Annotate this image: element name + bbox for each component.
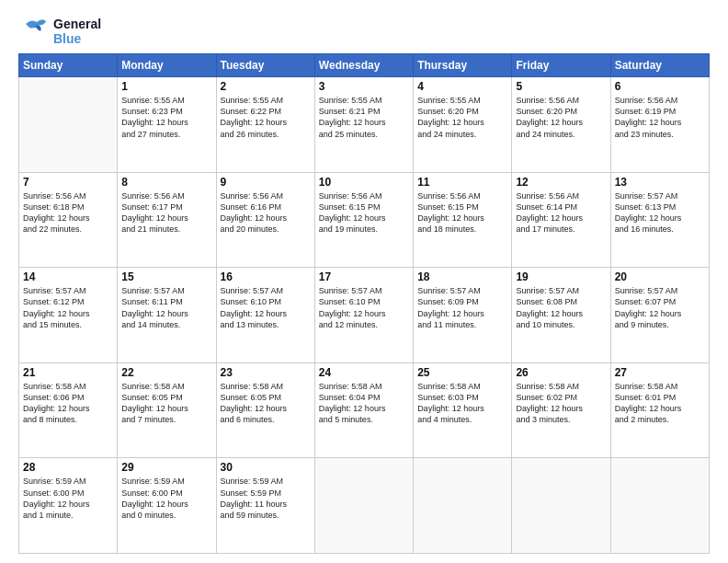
day-info: Sunrise: 5:57 AM Sunset: 6:10 PM Dayligh… xyxy=(221,285,311,330)
weekday-header-wednesday: Wednesday xyxy=(314,54,413,77)
day-info: Sunrise: 5:59 AM Sunset: 6:00 PM Dayligh… xyxy=(121,476,211,521)
calendar-week-row: 21Sunrise: 5:58 AM Sunset: 6:06 PM Dayli… xyxy=(19,362,710,458)
day-info: Sunrise: 5:55 AM Sunset: 6:22 PM Dayligh… xyxy=(221,95,311,140)
day-number: 15 xyxy=(121,270,211,283)
calendar-cell: 5Sunrise: 5:56 AM Sunset: 6:20 PM Daylig… xyxy=(512,77,610,173)
calendar-cell: 4Sunrise: 5:55 AM Sunset: 6:20 PM Daylig… xyxy=(414,77,512,173)
calendar-cell: 7Sunrise: 5:56 AM Sunset: 6:18 PM Daylig… xyxy=(19,172,118,268)
day-number: 10 xyxy=(319,176,409,189)
day-info: Sunrise: 5:57 AM Sunset: 6:13 PM Dayligh… xyxy=(615,190,705,236)
day-info: Sunrise: 5:58 AM Sunset: 6:02 PM Dayligh… xyxy=(516,381,606,426)
day-number: 13 xyxy=(615,176,705,189)
day-number: 11 xyxy=(417,176,507,189)
day-number: 18 xyxy=(417,270,507,283)
calendar-cell: 21Sunrise: 5:58 AM Sunset: 6:06 PM Dayli… xyxy=(19,362,118,458)
day-info: Sunrise: 5:59 AM Sunset: 5:59 PM Dayligh… xyxy=(221,476,311,521)
day-number: 7 xyxy=(23,176,113,189)
day-number: 17 xyxy=(319,270,409,283)
day-info: Sunrise: 5:58 AM Sunset: 6:01 PM Dayligh… xyxy=(615,381,705,426)
calendar-cell: 11Sunrise: 5:56 AM Sunset: 6:15 PM Dayli… xyxy=(414,172,512,268)
calendar-cell: 8Sunrise: 5:56 AM Sunset: 6:17 PM Daylig… xyxy=(118,172,216,268)
page: General Blue SundayMondayTuesdayWednesda… xyxy=(0,0,728,563)
day-info: Sunrise: 5:58 AM Sunset: 6:04 PM Dayligh… xyxy=(319,381,409,426)
weekday-header-thursday: Thursday xyxy=(414,54,512,77)
calendar-cell: 9Sunrise: 5:56 AM Sunset: 6:16 PM Daylig… xyxy=(216,172,314,268)
calendar-week-row: 14Sunrise: 5:57 AM Sunset: 6:12 PM Dayli… xyxy=(19,268,710,363)
calendar-week-row: 7Sunrise: 5:56 AM Sunset: 6:18 PM Daylig… xyxy=(19,172,710,268)
calendar-cell: 18Sunrise: 5:57 AM Sunset: 6:09 PM Dayli… xyxy=(414,268,512,363)
weekday-header-saturday: Saturday xyxy=(610,54,709,77)
day-number: 12 xyxy=(516,176,606,189)
day-info: Sunrise: 5:55 AM Sunset: 6:23 PM Dayligh… xyxy=(121,95,211,140)
day-number: 8 xyxy=(121,176,211,189)
logo-general-text: General xyxy=(53,17,101,31)
calendar-cell xyxy=(414,458,512,554)
day-number: 29 xyxy=(121,461,211,474)
day-number: 9 xyxy=(221,176,311,189)
logo-bird-icon xyxy=(18,17,48,46)
calendar-cell xyxy=(512,458,610,554)
day-number: 24 xyxy=(319,366,409,379)
day-info: Sunrise: 5:56 AM Sunset: 6:16 PM Dayligh… xyxy=(221,190,311,236)
calendar-cell: 10Sunrise: 5:56 AM Sunset: 6:15 PM Dayli… xyxy=(314,172,413,268)
calendar-cell: 30Sunrise: 5:59 AM Sunset: 5:59 PM Dayli… xyxy=(216,458,314,554)
weekday-header-tuesday: Tuesday xyxy=(216,54,314,77)
day-info: Sunrise: 5:58 AM Sunset: 6:05 PM Dayligh… xyxy=(221,381,311,426)
calendar-table: SundayMondayTuesdayWednesdayThursdayFrid… xyxy=(18,53,710,554)
day-number: 21 xyxy=(23,366,113,379)
header: General Blue xyxy=(18,17,710,46)
calendar-cell: 13Sunrise: 5:57 AM Sunset: 6:13 PM Dayli… xyxy=(610,172,709,268)
calendar-cell: 3Sunrise: 5:55 AM Sunset: 6:21 PM Daylig… xyxy=(314,77,413,173)
calendar-cell: 23Sunrise: 5:58 AM Sunset: 6:05 PM Dayli… xyxy=(216,362,314,458)
calendar-cell: 1Sunrise: 5:55 AM Sunset: 6:23 PM Daylig… xyxy=(118,77,216,173)
day-info: Sunrise: 5:56 AM Sunset: 6:19 PM Dayligh… xyxy=(615,95,705,140)
day-info: Sunrise: 5:56 AM Sunset: 6:15 PM Dayligh… xyxy=(417,190,507,236)
day-number: 14 xyxy=(23,270,113,283)
day-info: Sunrise: 5:57 AM Sunset: 6:09 PM Dayligh… xyxy=(417,285,507,330)
calendar-cell: 14Sunrise: 5:57 AM Sunset: 6:12 PM Dayli… xyxy=(19,268,118,363)
day-number: 16 xyxy=(221,270,311,283)
day-info: Sunrise: 5:58 AM Sunset: 6:05 PM Dayligh… xyxy=(121,381,211,426)
calendar-cell: 12Sunrise: 5:56 AM Sunset: 6:14 PM Dayli… xyxy=(512,172,610,268)
calendar-cell: 15Sunrise: 5:57 AM Sunset: 6:11 PM Dayli… xyxy=(118,268,216,363)
calendar-cell: 16Sunrise: 5:57 AM Sunset: 6:10 PM Dayli… xyxy=(216,268,314,363)
day-number: 20 xyxy=(615,270,705,283)
day-number: 27 xyxy=(615,366,705,379)
day-info: Sunrise: 5:56 AM Sunset: 6:18 PM Dayligh… xyxy=(23,190,113,236)
day-info: Sunrise: 5:57 AM Sunset: 6:10 PM Dayligh… xyxy=(319,285,409,330)
day-info: Sunrise: 5:55 AM Sunset: 6:20 PM Dayligh… xyxy=(417,95,507,140)
day-info: Sunrise: 5:55 AM Sunset: 6:21 PM Dayligh… xyxy=(319,95,409,140)
calendar-cell: 19Sunrise: 5:57 AM Sunset: 6:08 PM Dayli… xyxy=(512,268,610,363)
calendar-week-row: 28Sunrise: 5:59 AM Sunset: 6:00 PM Dayli… xyxy=(19,458,710,554)
day-number: 22 xyxy=(121,366,211,379)
day-info: Sunrise: 5:59 AM Sunset: 6:00 PM Dayligh… xyxy=(23,476,113,521)
weekday-header-sunday: Sunday xyxy=(19,54,118,77)
calendar-week-row: 1Sunrise: 5:55 AM Sunset: 6:23 PM Daylig… xyxy=(19,77,710,173)
day-info: Sunrise: 5:56 AM Sunset: 6:15 PM Dayligh… xyxy=(319,190,409,236)
weekday-header-friday: Friday xyxy=(512,54,610,77)
day-number: 5 xyxy=(516,80,606,93)
calendar-cell: 20Sunrise: 5:57 AM Sunset: 6:07 PM Dayli… xyxy=(610,268,709,363)
calendar-cell: 17Sunrise: 5:57 AM Sunset: 6:10 PM Dayli… xyxy=(314,268,413,363)
day-number: 19 xyxy=(516,270,606,283)
calendar-cell: 24Sunrise: 5:58 AM Sunset: 6:04 PM Dayli… xyxy=(314,362,413,458)
calendar-cell xyxy=(19,77,118,173)
day-info: Sunrise: 5:58 AM Sunset: 6:06 PM Dayligh… xyxy=(23,381,113,426)
day-info: Sunrise: 5:56 AM Sunset: 6:20 PM Dayligh… xyxy=(516,95,606,140)
day-number: 23 xyxy=(221,366,311,379)
day-number: 4 xyxy=(417,80,507,93)
day-info: Sunrise: 5:57 AM Sunset: 6:08 PM Dayligh… xyxy=(516,285,606,330)
day-number: 3 xyxy=(319,80,409,93)
weekday-header-monday: Monday xyxy=(118,54,216,77)
day-number: 2 xyxy=(221,80,311,93)
day-number: 28 xyxy=(23,461,113,474)
day-number: 26 xyxy=(516,366,606,379)
calendar-cell: 27Sunrise: 5:58 AM Sunset: 6:01 PM Dayli… xyxy=(610,362,709,458)
calendar-cell xyxy=(314,458,413,554)
calendar-cell: 25Sunrise: 5:58 AM Sunset: 6:03 PM Dayli… xyxy=(414,362,512,458)
calendar-cell: 22Sunrise: 5:58 AM Sunset: 6:05 PM Dayli… xyxy=(118,362,216,458)
day-number: 6 xyxy=(615,80,705,93)
calendar-cell xyxy=(610,458,709,554)
day-info: Sunrise: 5:57 AM Sunset: 6:12 PM Dayligh… xyxy=(23,285,113,330)
day-info: Sunrise: 5:57 AM Sunset: 6:11 PM Dayligh… xyxy=(121,285,211,330)
